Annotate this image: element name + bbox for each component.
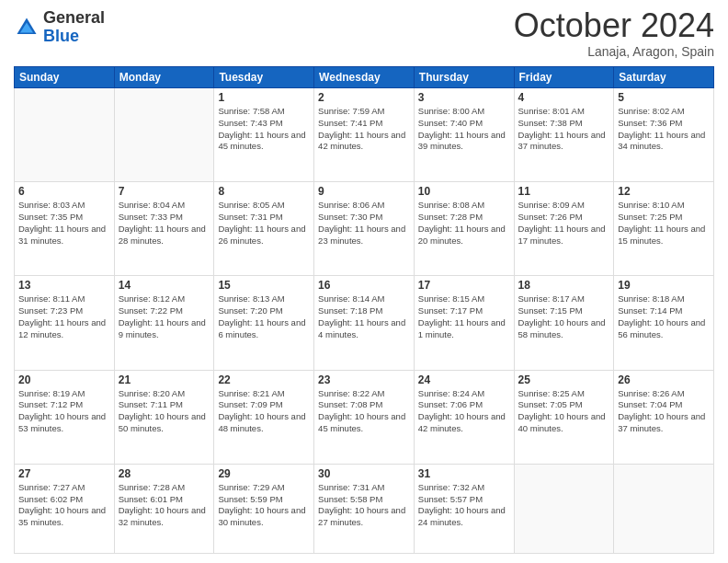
day-info: Sunrise: 7:59 AM Sunset: 7:41 PM Dayligh… xyxy=(318,106,410,153)
header-row: SundayMondayTuesdayWednesdayThursdayFrid… xyxy=(15,67,714,88)
header: General Blue October 2024 Lanaja, Aragon… xyxy=(14,9,714,59)
day-number: 3 xyxy=(418,91,510,104)
day-cell: 10Sunrise: 8:08 AM Sunset: 7:28 PM Dayli… xyxy=(414,182,514,276)
day-header-thursday: Thursday xyxy=(414,67,514,88)
day-cell: 7Sunrise: 8:04 AM Sunset: 7:33 PM Daylig… xyxy=(114,182,214,276)
day-info: Sunrise: 8:11 AM Sunset: 7:23 PM Dayligh… xyxy=(18,293,110,340)
day-cell: 26Sunrise: 8:26 AM Sunset: 7:04 PM Dayli… xyxy=(614,370,714,464)
day-cell: 1Sunrise: 7:58 AM Sunset: 7:43 PM Daylig… xyxy=(214,88,314,182)
day-number: 31 xyxy=(418,467,510,480)
day-number: 28 xyxy=(119,467,210,480)
day-info: Sunrise: 8:17 AM Sunset: 7:15 PM Dayligh… xyxy=(518,293,610,340)
day-info: Sunrise: 7:32 AM Sunset: 5:57 PM Dayligh… xyxy=(418,482,510,529)
day-info: Sunrise: 8:21 AM Sunset: 7:09 PM Dayligh… xyxy=(218,388,310,435)
day-info: Sunrise: 8:06 AM Sunset: 7:30 PM Dayligh… xyxy=(318,200,410,247)
day-info: Sunrise: 7:27 AM Sunset: 6:02 PM Dayligh… xyxy=(18,482,110,529)
day-number: 21 xyxy=(119,373,210,386)
day-info: Sunrise: 7:28 AM Sunset: 6:01 PM Dayligh… xyxy=(119,482,210,529)
day-cell xyxy=(614,464,714,553)
day-number: 5 xyxy=(618,91,710,104)
day-header-saturday: Saturday xyxy=(614,67,714,88)
day-info: Sunrise: 8:14 AM Sunset: 7:18 PM Dayligh… xyxy=(318,293,410,340)
day-info: Sunrise: 8:24 AM Sunset: 7:06 PM Dayligh… xyxy=(418,388,510,435)
day-number: 23 xyxy=(318,373,410,386)
day-cell: 29Sunrise: 7:29 AM Sunset: 5:59 PM Dayli… xyxy=(214,464,314,553)
day-number: 16 xyxy=(318,279,410,292)
day-number: 24 xyxy=(418,373,510,386)
day-header-monday: Monday xyxy=(114,67,214,88)
day-info: Sunrise: 8:25 AM Sunset: 7:05 PM Dayligh… xyxy=(518,388,610,435)
day-info: Sunrise: 7:29 AM Sunset: 5:59 PM Dayligh… xyxy=(218,482,310,529)
day-number: 29 xyxy=(218,467,310,480)
day-cell: 22Sunrise: 8:21 AM Sunset: 7:09 PM Dayli… xyxy=(214,370,314,464)
day-cell: 21Sunrise: 8:20 AM Sunset: 7:11 PM Dayli… xyxy=(114,370,214,464)
day-cell: 14Sunrise: 8:12 AM Sunset: 7:22 PM Dayli… xyxy=(114,276,214,370)
day-cell: 17Sunrise: 8:15 AM Sunset: 7:17 PM Dayli… xyxy=(414,276,514,370)
day-info: Sunrise: 8:20 AM Sunset: 7:11 PM Dayligh… xyxy=(119,388,210,435)
day-cell: 9Sunrise: 8:06 AM Sunset: 7:30 PM Daylig… xyxy=(314,182,415,276)
day-cell: 5Sunrise: 8:02 AM Sunset: 7:36 PM Daylig… xyxy=(614,88,714,182)
day-info: Sunrise: 8:01 AM Sunset: 7:38 PM Dayligh… xyxy=(518,106,610,153)
day-cell xyxy=(114,88,214,182)
day-number: 19 xyxy=(618,279,710,292)
day-number: 7 xyxy=(119,185,210,198)
day-info: Sunrise: 8:19 AM Sunset: 7:12 PM Dayligh… xyxy=(18,388,110,435)
day-number: 22 xyxy=(218,373,310,386)
day-cell: 19Sunrise: 8:18 AM Sunset: 7:14 PM Dayli… xyxy=(614,276,714,370)
day-number: 14 xyxy=(119,279,210,292)
day-header-sunday: Sunday xyxy=(15,67,115,88)
day-info: Sunrise: 8:15 AM Sunset: 7:17 PM Dayligh… xyxy=(418,293,510,340)
week-row-2: 6Sunrise: 8:03 AM Sunset: 7:35 PM Daylig… xyxy=(15,182,714,276)
day-number: 12 xyxy=(618,185,710,198)
day-number: 17 xyxy=(418,279,510,292)
day-cell: 16Sunrise: 8:14 AM Sunset: 7:18 PM Dayli… xyxy=(314,276,415,370)
day-cell: 18Sunrise: 8:17 AM Sunset: 7:15 PM Dayli… xyxy=(514,276,614,370)
day-info: Sunrise: 8:02 AM Sunset: 7:36 PM Dayligh… xyxy=(618,106,710,153)
day-info: Sunrise: 8:18 AM Sunset: 7:14 PM Dayligh… xyxy=(618,293,710,340)
week-row-5: 27Sunrise: 7:27 AM Sunset: 6:02 PM Dayli… xyxy=(15,464,714,553)
day-number: 15 xyxy=(218,279,310,292)
day-number: 13 xyxy=(18,279,110,292)
day-number: 25 xyxy=(518,373,610,386)
day-number: 11 xyxy=(518,185,610,198)
day-cell: 28Sunrise: 7:28 AM Sunset: 6:01 PM Dayli… xyxy=(114,464,214,553)
day-number: 8 xyxy=(218,185,310,198)
day-cell: 27Sunrise: 7:27 AM Sunset: 6:02 PM Dayli… xyxy=(15,464,115,553)
day-cell: 6Sunrise: 8:03 AM Sunset: 7:35 PM Daylig… xyxy=(15,182,115,276)
day-number: 6 xyxy=(18,185,110,198)
calendar-body: 1Sunrise: 7:58 AM Sunset: 7:43 PM Daylig… xyxy=(15,88,714,554)
day-number: 1 xyxy=(218,91,310,104)
day-info: Sunrise: 8:05 AM Sunset: 7:31 PM Dayligh… xyxy=(218,200,310,247)
day-header-wednesday: Wednesday xyxy=(314,67,415,88)
day-cell: 8Sunrise: 8:05 AM Sunset: 7:31 PM Daylig… xyxy=(214,182,314,276)
day-cell: 3Sunrise: 8:00 AM Sunset: 7:40 PM Daylig… xyxy=(414,88,514,182)
day-cell: 2Sunrise: 7:59 AM Sunset: 7:41 PM Daylig… xyxy=(314,88,415,182)
day-cell: 13Sunrise: 8:11 AM Sunset: 7:23 PM Dayli… xyxy=(15,276,115,370)
day-info: Sunrise: 8:10 AM Sunset: 7:25 PM Dayligh… xyxy=(618,200,710,247)
day-info: Sunrise: 8:26 AM Sunset: 7:04 PM Dayligh… xyxy=(618,388,710,435)
week-row-1: 1Sunrise: 7:58 AM Sunset: 7:43 PM Daylig… xyxy=(15,88,714,182)
day-number: 20 xyxy=(18,373,110,386)
logo-general-text: General xyxy=(43,8,105,27)
day-header-tuesday: Tuesday xyxy=(214,67,314,88)
day-number: 10 xyxy=(418,185,510,198)
month-title: October 2024 xyxy=(514,9,714,42)
day-info: Sunrise: 8:13 AM Sunset: 7:20 PM Dayligh… xyxy=(218,293,310,340)
title-block: October 2024 Lanaja, Aragon, Spain xyxy=(514,9,714,59)
day-number: 9 xyxy=(318,185,410,198)
logo: General Blue xyxy=(14,9,105,46)
day-number: 26 xyxy=(618,373,710,386)
day-info: Sunrise: 8:03 AM Sunset: 7:35 PM Dayligh… xyxy=(18,200,110,247)
day-number: 4 xyxy=(518,91,610,104)
day-info: Sunrise: 8:22 AM Sunset: 7:08 PM Dayligh… xyxy=(318,388,410,435)
day-cell xyxy=(514,464,614,553)
day-info: Sunrise: 8:00 AM Sunset: 7:40 PM Dayligh… xyxy=(418,106,510,153)
calendar: SundayMondayTuesdayWednesdayThursdayFrid… xyxy=(14,66,714,554)
day-info: Sunrise: 7:31 AM Sunset: 5:58 PM Dayligh… xyxy=(318,482,410,529)
day-cell: 23Sunrise: 8:22 AM Sunset: 7:08 PM Dayli… xyxy=(314,370,415,464)
day-cell: 25Sunrise: 8:25 AM Sunset: 7:05 PM Dayli… xyxy=(514,370,614,464)
day-header-friday: Friday xyxy=(514,67,614,88)
week-row-4: 20Sunrise: 8:19 AM Sunset: 7:12 PM Dayli… xyxy=(15,370,714,464)
logo-icon xyxy=(14,15,40,40)
day-cell: 31Sunrise: 7:32 AM Sunset: 5:57 PM Dayli… xyxy=(414,464,514,553)
